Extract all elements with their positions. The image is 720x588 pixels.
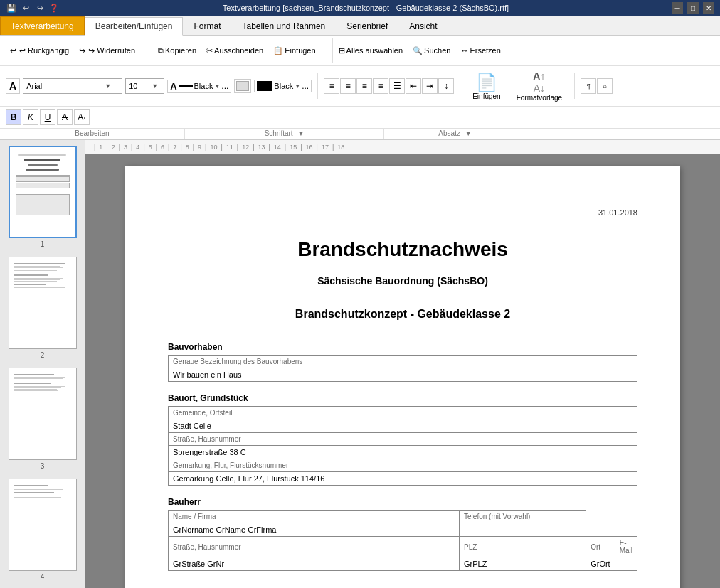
ort-value-cell[interactable]: GrOrt — [586, 557, 615, 571]
name-firma-value-cell[interactable]: GrNorname GrName GrFirma — [169, 523, 460, 537]
list-bullet-button[interactable]: ☰ — [389, 78, 405, 94]
telefon-value-cell[interactable] — [460, 523, 586, 537]
bearbeiten-group-label: Bearbeiten — [0, 129, 185, 139]
page-thumbnail-sidebar: 1 — [0, 140, 85, 588]
align-left-button[interactable]: ≡ — [324, 78, 339, 94]
search-icon: 🔍 — [413, 46, 423, 55]
separator3 — [574, 73, 575, 99]
underline-button[interactable]: U — [40, 109, 55, 125]
indent-right-button[interactable]: ⇥ — [422, 78, 438, 94]
text-color-swatch — [257, 81, 272, 91]
table-row: Sprengerstraße 38 C — [169, 446, 637, 459]
indent-left-button[interactable]: ⇤ — [406, 78, 421, 94]
bauherr-table: Name / Firma Telefon (mit Vorwahl) GrNor… — [168, 510, 637, 571]
undo-button[interactable]: ↩ ↩ Rückgängig — [6, 44, 73, 58]
extra-para-group: ¶ ⌂ — [581, 78, 613, 94]
text-color-more-button[interactable]: ... — [302, 81, 309, 91]
gemarkung-label-cell: Gemarkung, Flur, Flurstücksnummer — [169, 459, 637, 472]
bold-more-button[interactable]: ... — [221, 81, 228, 91]
paste-button[interactable]: 📋 Einfügen — [269, 44, 319, 58]
document-date: 31.01.2018 — [168, 208, 637, 217]
para-extra1-button[interactable]: ¶ — [581, 78, 596, 94]
italic-button[interactable]: K — [23, 109, 38, 125]
close-button[interactable]: ✕ — [703, 2, 714, 14]
thumb-frame-2 — [9, 257, 77, 349]
page-thumb-3[interactable]: 3 — [3, 368, 82, 470]
document-scroll-area[interactable]: 31.01.2018 Brandschutznachweis Sächsisch… — [85, 154, 720, 588]
absatz-expand-icon[interactable]: ▼ — [465, 130, 472, 137]
plz-value-cell[interactable]: GrPLZ — [460, 557, 586, 571]
content-area: | 1 | 2 | 3 | 4 | 5 | 6 | 7 | 8 | 9 | 10… — [85, 140, 720, 588]
gemeinde-value-cell[interactable]: Stadt Celle — [169, 419, 637, 433]
undo-icon: ↩ — [10, 46, 16, 55]
page-thumb-4[interactable]: 4 — [3, 479, 82, 581]
tab-format[interactable]: Format — [183, 16, 231, 35]
formatvorlage-icon2: A↓ — [534, 82, 545, 94]
bauort-table: Gemeinde, Ortsteil Stadt Celle Straße, H… — [168, 406, 637, 486]
main-area: 1 — [0, 140, 720, 588]
font-family-dropdown-arrow[interactable]: ▼ — [102, 79, 113, 93]
bold-button[interactable]: B — [6, 109, 21, 125]
email-value-cell[interactable] — [615, 557, 637, 571]
thumb-content-2 — [9, 257, 76, 295]
redo-button[interactable]: ↪ ↪ Widerrufen — [75, 44, 139, 58]
section-bauort-label: Bauort, Grundstück — [168, 393, 637, 403]
separator2 — [460, 73, 460, 99]
font-size-input[interactable] — [126, 82, 149, 90]
font-size-dropdown-arrow[interactable]: ▼ — [149, 79, 160, 93]
para-extra2-button[interactable]: ⌂ — [597, 78, 613, 94]
document-heading2[interactable]: Brandschutzkonzept - Gebäudeklasse 2 — [168, 308, 637, 321]
text-color-btn[interactable]: Black ▼ ... — [254, 80, 312, 92]
text-color-dropdown-arrow[interactable]: ▼ — [295, 83, 300, 90]
thumb-content-3 — [9, 368, 76, 397]
strasse2-value-cell[interactable]: GrStraße GrNr — [169, 557, 460, 571]
section-bauherr-label: Bauherr — [168, 497, 637, 507]
font-size-combo[interactable]: ▼ — [125, 78, 164, 94]
cut-button[interactable]: ✂ Ausschneiden — [202, 44, 268, 58]
superscript-button[interactable]: Ax — [74, 109, 90, 125]
align-justify-button[interactable]: ≡ — [373, 78, 388, 94]
disk-icon: 💾 — [6, 2, 17, 14]
page-thumb-1[interactable]: 1 — [3, 146, 82, 248]
tab-tabellen[interactable]: Tabellen und Rahmen — [231, 16, 336, 35]
copy-button[interactable]: ⧉ Kopieren — [154, 44, 201, 58]
table-row: Gemeinde, Ortsteil — [169, 407, 637, 419]
tab-ansicht[interactable]: Ansicht — [398, 16, 448, 35]
search-button[interactable]: 🔍 Suchen — [408, 44, 455, 58]
tab-textverarbeitung[interactable]: Textverarbeitung — [0, 16, 85, 35]
font-family-input[interactable] — [23, 82, 102, 90]
page-thumb-2[interactable]: 2 — [3, 257, 82, 359]
align-center-button[interactable]: ≡ — [340, 78, 356, 94]
maximize-button[interactable]: □ — [687, 2, 699, 14]
minimize-button[interactable]: ─ — [672, 2, 683, 14]
window-controls: ─ □ ✕ — [672, 2, 714, 14]
strasse-value-cell[interactable]: Sprengerstraße 38 C — [169, 446, 637, 459]
alignment-group — [234, 79, 251, 93]
tab-serienbrief[interactable]: Serienbrief — [336, 16, 398, 35]
replace-button[interactable]: ↔ Ersetzen — [456, 44, 504, 57]
formatvorlage-large-button[interactable]: A↑ A↓ Formatvorlage — [510, 68, 568, 104]
document-title[interactable]: Brandschutznachweis — [168, 238, 637, 261]
table-row: Gemarkung, Flur, Flurstücksnummer — [169, 459, 637, 472]
table-row: Gemarkung Celle, Flur 27, Flurstück 114/… — [169, 472, 637, 486]
group-labels: Bearbeiten Schriftart ▼ Absatz ▼ — [0, 128, 720, 139]
line-spacing-button[interactable]: ↕ — [438, 78, 454, 94]
bauvorhaben-value-cell[interactable]: Wir bauen ein Haus — [169, 368, 637, 382]
schriftart-expand-icon[interactable]: ▼ — [297, 130, 304, 137]
bold-color-dropdown-arrow[interactable]: ▼ — [214, 83, 220, 90]
help-icon: ❓ — [48, 2, 60, 14]
strikethrough-button[interactable]: A — [57, 109, 73, 125]
copy-icon: ⧉ — [158, 46, 164, 55]
align-right-button[interactable]: ≡ — [356, 78, 372, 94]
bold-color-btn[interactable]: A Black ▼ ... — [167, 80, 231, 93]
gemarkung-value-cell[interactable]: Gemarkung Celle, Flur 27, Flurstück 114/… — [169, 472, 637, 486]
document-subtitle[interactable]: Sächsische Bauordnung (SächsBO) — [168, 275, 637, 287]
selectall-button[interactable]: ⊞ Alles auswählen — [334, 44, 408, 58]
bold-icon: A — [170, 81, 176, 92]
thumb-num-1: 1 — [3, 240, 82, 248]
tab-bearbeiten[interactable]: Bearbeiten/Einfügen — [85, 17, 184, 36]
insert-large-button[interactable]: 📄 Einfügen — [466, 70, 507, 102]
text-highlight-icon[interactable] — [236, 81, 249, 91]
font-family-combo[interactable]: ▼ — [23, 78, 122, 94]
font-color-a-button[interactable]: A — [6, 78, 20, 94]
